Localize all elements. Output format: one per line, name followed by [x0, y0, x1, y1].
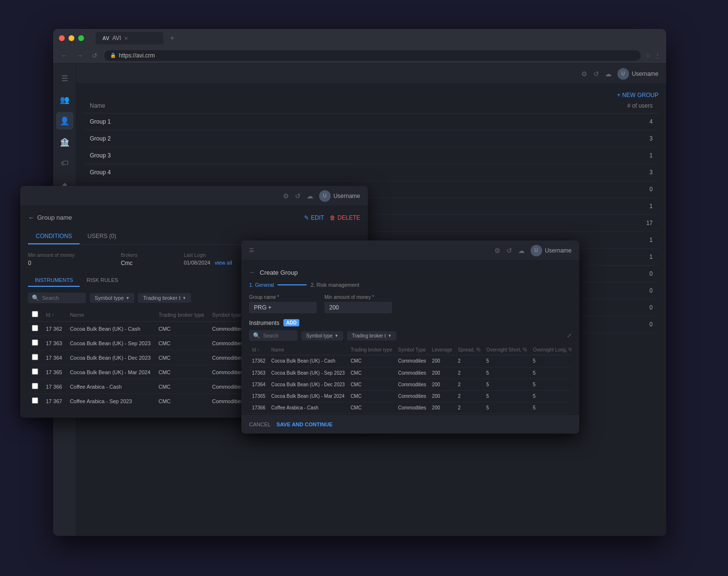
modal1-settings-icon[interactable]: ⚙ — [283, 192, 289, 200]
modal1-search-input[interactable] — [42, 295, 81, 301]
ct-row-long: 5 — [530, 367, 572, 379]
table-row[interactable]: 17363 Cocoa Bulk Bean (UK) - Sep 2023 CM… — [249, 367, 572, 379]
username-button[interactable]: U Username — [617, 68, 658, 80]
cancel-button[interactable]: CANCEL — [249, 421, 271, 427]
wizard-step-2[interactable]: 2. Risk management — [310, 282, 359, 288]
bookmark-icon[interactable]: ☆ — [645, 52, 651, 59]
table-row[interactable]: 17365 Cocoa Bulk Bean (UK) - Mar 2024 CM… — [249, 390, 572, 402]
sidebar-item-bank[interactable]: 🏦 — [56, 133, 73, 151]
view-all-link[interactable]: view all — [215, 260, 232, 266]
traffic-light-red[interactable] — [59, 35, 65, 41]
refresh-icon[interactable]: ↺ — [593, 70, 599, 78]
row-checkbox[interactable] — [28, 394, 42, 405]
select-all-checkbox[interactable] — [32, 311, 38, 317]
row-id: 17 363 — [42, 336, 66, 351]
add-badge[interactable]: ADD — [283, 319, 300, 326]
symbol-type-filter[interactable]: Symbol type ▼ — [90, 293, 134, 303]
ct-row-short: 5 — [483, 390, 530, 402]
sidebar-item-users-group[interactable]: 👥 — [56, 91, 73, 108]
row-check[interactable] — [32, 354, 38, 360]
row-checkbox[interactable] — [28, 322, 42, 336]
modal1-cloud-icon[interactable]: ☁ — [307, 192, 313, 200]
modal2-settings-icon[interactable]: ⚙ — [494, 247, 501, 254]
traffic-light-green[interactable] — [78, 35, 84, 41]
new-group-button[interactable]: + NEW GROUP — [617, 92, 658, 98]
lock-icon: 🔒 — [110, 53, 116, 58]
ct-row-name: Cocoa Bulk Bean (UK) - Cash — [268, 355, 348, 367]
min-money-input[interactable] — [324, 302, 392, 313]
modal1-refresh-icon[interactable]: ↺ — [295, 192, 301, 200]
modal2-refresh-icon[interactable]: ↺ — [506, 247, 512, 254]
row-broker: CMC — [154, 394, 208, 405]
sidebar-item-users[interactable]: 👤 — [56, 112, 73, 129]
delete-button[interactable]: 🗑 DELETE — [330, 214, 360, 221]
sub-tab-instruments[interactable]: INSTRUMENTS — [28, 274, 80, 287]
step1-label: 1. General — [249, 282, 274, 288]
row-checkbox[interactable] — [28, 351, 42, 365]
modal2-title: Create Group — [260, 269, 298, 276]
group-users-cell: 1 — [352, 147, 658, 164]
wizard-step-1[interactable]: 1. General — [249, 282, 274, 288]
forward-button[interactable]: → — [74, 51, 85, 60]
save-continue-button[interactable]: SAVE AND CONTINUE — [277, 421, 333, 427]
modal-create-group: ☰ ⚙ ↺ ☁ U Username ← Create Group 1. Gen… — [241, 240, 579, 434]
row-id: 17 362 — [42, 322, 66, 336]
group-users-cell: 4 — [352, 113, 658, 130]
create-broker-filter[interactable]: Trading broker t ▼ — [347, 331, 396, 340]
table-row[interactable]: Group 23 — [84, 130, 658, 147]
row-check[interactable] — [32, 368, 38, 375]
ct-row-spread: 2 — [455, 379, 484, 390]
browser-tab[interactable]: AV AVI ✕ — [96, 32, 163, 44]
traffic-light-yellow[interactable] — [69, 35, 74, 41]
create-form-row: Group name * Min amount of money * — [249, 295, 572, 313]
modal2-cloud-icon[interactable]: ☁ — [518, 247, 525, 254]
row-check[interactable] — [32, 383, 38, 389]
create-symbol-filter[interactable]: Symbol type ▼ — [301, 331, 343, 340]
row-checkbox[interactable] — [28, 365, 42, 379]
modal1-search-box[interactable]: 🔍 — [28, 293, 86, 303]
address-input[interactable]: 🔒 https://avi.crm — [104, 50, 641, 61]
group-name-input[interactable] — [249, 302, 317, 313]
tab-conditions[interactable]: CONDITIONS — [28, 229, 80, 244]
group-name-cell: Group 2 — [84, 130, 352, 147]
table-row[interactable]: Group 43 — [84, 164, 658, 181]
group-users-cell: 1 — [352, 198, 658, 215]
col-users: # of users — [352, 98, 658, 113]
row-check[interactable] — [32, 325, 38, 331]
menu-icon[interactable]: ⋮ — [655, 52, 660, 59]
sidebar-item-tags[interactable]: 🏷 — [56, 155, 73, 172]
ct-row-leverage: 200 — [429, 355, 455, 367]
expand-icon[interactable]: ⤢ — [567, 332, 572, 339]
sub-tab-risk-rules[interactable]: RISK RULES — [80, 274, 125, 287]
tab-close-button[interactable]: ✕ — [124, 36, 128, 41]
modal1-back-link[interactable]: ← Group name — [28, 214, 72, 221]
table-row[interactable]: Group 14 — [84, 113, 658, 130]
row-check[interactable] — [32, 397, 38, 404]
row-broker: CMC — [154, 336, 208, 351]
ct-row-symbol: Commodities — [395, 355, 429, 367]
row-broker: CMC — [154, 365, 208, 379]
edit-button[interactable]: ✎ EDIT — [304, 214, 324, 221]
create-search-box[interactable]: 🔍 — [249, 330, 297, 341]
table-row[interactable]: 17364 Cocoa Bulk Bean (UK) - Dec 2023 CM… — [249, 379, 572, 390]
row-checkbox[interactable] — [28, 379, 42, 394]
table-row[interactable]: Group 31 — [84, 147, 658, 164]
back-button[interactable]: ← — [59, 51, 70, 60]
reload-button[interactable]: ↺ — [90, 51, 99, 60]
new-tab-button[interactable]: + — [170, 34, 174, 42]
table-row[interactable]: 17362 Cocoa Bulk Bean (UK) - Cash CMC Co… — [249, 355, 572, 367]
ct-col-long: Overnight Long, % — [530, 345, 572, 355]
trading-broker-filter[interactable]: Trading broker t ▼ — [138, 293, 191, 303]
ct-row-spread: 2 — [455, 390, 484, 402]
cloud-icon[interactable]: ☁ — [605, 70, 612, 78]
modal2-back-icon[interactable]: ← — [249, 268, 256, 276]
row-checkbox[interactable] — [28, 336, 42, 351]
row-check[interactable] — [32, 339, 38, 346]
create-search-input[interactable] — [263, 333, 292, 338]
settings-icon[interactable]: ⚙ — [581, 70, 588, 78]
edit-label: EDIT — [311, 214, 324, 221]
tab-users[interactable]: USERS (0) — [80, 229, 124, 244]
hamburger-icon[interactable]: ☰ — [249, 247, 254, 253]
table-row[interactable]: 17366 Coffee Arabica - Cash CMC Commodit… — [249, 402, 572, 413]
sidebar-menu-icon[interactable]: ☰ — [56, 70, 73, 87]
